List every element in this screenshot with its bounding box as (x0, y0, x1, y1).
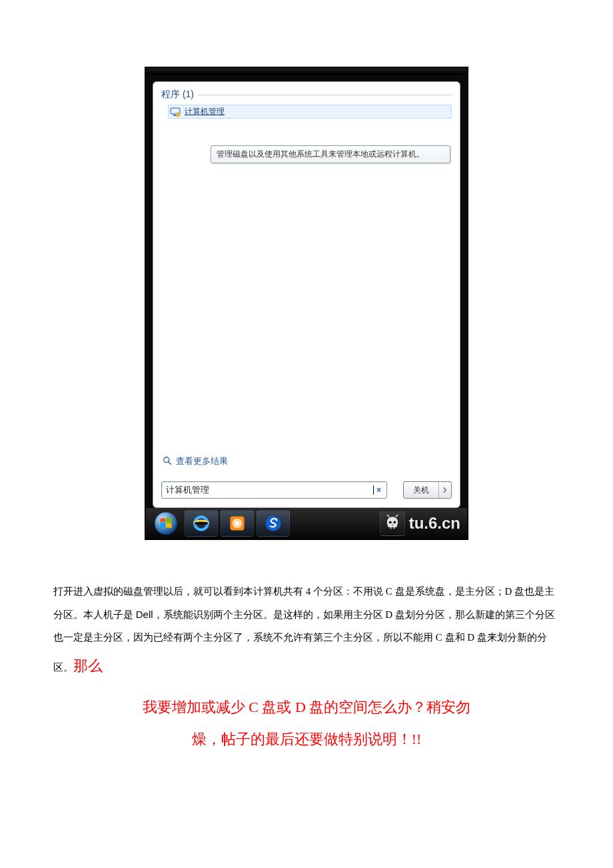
sogou-icon (264, 514, 283, 533)
ie-icon (192, 514, 211, 533)
para-red-tail: 那么 (73, 657, 103, 674)
watermark-logo-icon (380, 511, 405, 536)
shutdown-button[interactable]: 关机 (403, 481, 452, 499)
taskbar-ie-button[interactable] (185, 510, 218, 537)
svg-point-12 (388, 521, 391, 523)
para-dell: Dell (136, 609, 153, 620)
media-player-icon (229, 515, 246, 532)
see-more-results-link[interactable]: 查看更多结果 (163, 455, 228, 467)
header-rule (198, 95, 452, 95)
svg-rect-8 (195, 522, 207, 525)
watermark: tu.6.cn (380, 511, 463, 536)
svg-line-5 (169, 461, 171, 464)
shutdown-menu-arrow-icon[interactable] (439, 482, 451, 498)
svg-point-13 (393, 521, 396, 523)
start-search-input[interactable]: 计算机管理 × (161, 481, 387, 499)
red-line-2: 我要增加或减少 C 盘或 D 盘的空间怎么办？稍安勿 (53, 693, 560, 722)
magnifier-icon (163, 456, 172, 467)
red-line-3: 燥，帖子的最后还要做特别说明！!! (53, 725, 560, 754)
search-result-computer-management[interactable]: 计算机管理 (168, 105, 452, 119)
result-tooltip-text: 管理磁盘以及使用其他系统工具来管理本地或远程计算机。 (217, 149, 424, 159)
start-menu-bottom-row: 计算机管理 × 关机 (161, 481, 452, 499)
taskbar-sogou-button[interactable] (257, 510, 290, 537)
search-input-value: 计算机管理 (166, 484, 372, 496)
window-top-strip (146, 68, 467, 75)
svg-rect-1 (172, 109, 179, 113)
start-menu-screenshot: 程序 (1) 计算机管理 管理磁盘以及使用其他系统工具来管理本地或远程计算机。 (145, 67, 468, 540)
search-group-header: 程序 (1) (153, 82, 460, 103)
shutdown-label: 关机 (404, 482, 439, 498)
see-more-results-label: 查看更多结果 (176, 455, 228, 467)
start-menu-panel: 程序 (1) 计算机管理 管理磁盘以及使用其他系统工具来管理本地或远程计算机。 (153, 81, 460, 508)
taskbar: tu.6.cn (146, 508, 467, 539)
watermark-text: tu.6.cn (409, 514, 460, 533)
paragraph-main: 打开进入虚拟的磁盘管理以后，就可以看到本计算机共有 4 个分区：不用说 C 盘是… (53, 580, 560, 683)
article-body: 打开进入虚拟的磁盘管理以后，就可以看到本计算机共有 4 个分区：不用说 C 盘是… (53, 580, 560, 754)
search-group-label: 程序 (1) (161, 89, 194, 101)
search-result-label: 计算机管理 (185, 106, 225, 117)
computer-management-icon (170, 107, 181, 117)
clear-search-icon[interactable]: × (374, 485, 384, 495)
result-tooltip: 管理磁盘以及使用其他系统工具来管理本地或远程计算机。 (211, 145, 450, 163)
taskbar-media-button[interactable] (221, 510, 254, 537)
start-orb[interactable] (150, 511, 182, 536)
